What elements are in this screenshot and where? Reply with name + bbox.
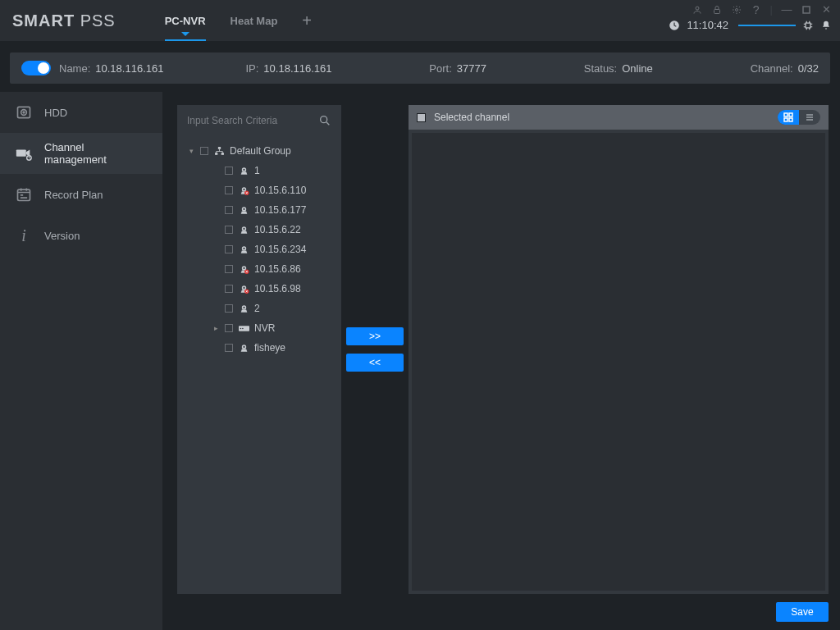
bell-icon[interactable] [820, 20, 832, 31]
cam-icon [238, 165, 249, 176]
tree-item[interactable]: fisheye [180, 338, 338, 358]
clock-icon [669, 20, 680, 31]
nvr-icon [238, 322, 249, 334]
sidebar-item-version[interactable]: i Version [0, 215, 162, 256]
minimize-icon[interactable]: — [781, 4, 792, 16]
cam-err-icon [238, 263, 249, 275]
search-input[interactable] [187, 115, 312, 126]
cam-icon [238, 303, 249, 314]
tree-label: 1 [254, 165, 260, 176]
svg-rect-15 [221, 153, 223, 155]
selected-channel-body [412, 133, 825, 591]
device-tree: ▾Default Group110.15.6.11010.15.6.17710.… [177, 136, 341, 363]
svg-rect-41 [789, 113, 792, 116]
svg-point-24 [243, 227, 244, 229]
svg-rect-13 [217, 147, 220, 149]
transfer-controls: >> << [341, 105, 409, 594]
svg-point-37 [242, 327, 244, 329]
tree-item[interactable]: ▸NVR [180, 318, 338, 338]
cam-icon [238, 204, 249, 216]
list-view-button[interactable] [799, 110, 820, 125]
help-icon[interactable]: ? [751, 4, 762, 16]
close-icon[interactable]: ✕ [820, 4, 832, 16]
tree-group[interactable]: ▾Default Group [180, 141, 338, 161]
cam-err-icon [238, 283, 249, 294]
tree-checkbox[interactable] [200, 147, 208, 155]
sidebar-item-channel-management[interactable]: Channel management [0, 133, 162, 174]
selected-channel-panel: Selected channel [409, 105, 829, 594]
grid-view-button[interactable] [778, 110, 799, 125]
tree-item[interactable]: 2 [180, 299, 338, 318]
collapse-icon[interactable]: ▾ [187, 147, 195, 155]
tree-item[interactable]: 10.15.6.22 [180, 220, 338, 240]
view-toggle [778, 110, 820, 125]
tree-label: NVR [254, 322, 275, 334]
svg-rect-1 [714, 9, 719, 13]
tree-item[interactable]: 1 [180, 161, 338, 180]
tree-item[interactable]: 10.15.6.234 [180, 240, 338, 259]
sidebar-item-record-plan[interactable]: Record Plan [0, 174, 162, 215]
svg-rect-42 [784, 118, 788, 121]
lock-icon[interactable] [711, 4, 723, 16]
disk-icon [15, 103, 33, 121]
cam-icon [238, 342, 249, 354]
tree-checkbox[interactable] [225, 167, 233, 175]
clock-row: 11:10:42 [669, 19, 832, 31]
move-right-button[interactable]: >> [346, 327, 404, 345]
calendar-icon [15, 185, 33, 203]
svg-point-12 [321, 116, 327, 123]
tree-checkbox[interactable] [225, 245, 233, 253]
enable-toggle[interactable] [21, 61, 51, 75]
expand-icon[interactable]: ▸ [212, 324, 220, 332]
svg-point-0 [696, 7, 699, 10]
titlebar: SMART PSS PC-NVR Heat Map + ? | — ✕ 11:1… [0, 0, 840, 41]
svg-point-31 [243, 286, 244, 288]
svg-point-34 [243, 306, 244, 308]
maximize-icon[interactable] [801, 4, 812, 16]
tree-label: Default Group [230, 145, 291, 157]
gear-icon[interactable] [731, 4, 742, 16]
svg-point-8 [23, 112, 25, 113]
sidebar-item-label: Record Plan [44, 189, 103, 201]
tree-checkbox[interactable] [225, 226, 233, 234]
svg-point-36 [240, 327, 241, 329]
search-icon[interactable] [318, 114, 331, 127]
app-logo: SMART PSS [12, 11, 116, 30]
svg-point-39 [243, 345, 244, 347]
tree-item[interactable]: 10.15.6.86 [180, 259, 338, 279]
svg-point-2 [735, 8, 737, 11]
select-all-checkbox[interactable] [417, 113, 426, 122]
tab-pc-nvr[interactable]: PC-NVR [165, 0, 206, 41]
device-infobar: Name:10.18.116.161 IP:10.18.116.161 Port… [10, 52, 830, 84]
clock-text: 11:10:42 [687, 19, 728, 31]
device-ip: 10.18.116.161 [263, 62, 331, 75]
tab-heat-map[interactable]: Heat Map [231, 0, 278, 41]
tree-checkbox[interactable] [225, 304, 233, 313]
svg-point-17 [243, 168, 244, 170]
sidebar-item-hdd[interactable]: HDD [0, 92, 162, 133]
tree-item[interactable]: 10.15.6.177 [180, 200, 338, 220]
add-tab-button[interactable]: + [302, 11, 312, 30]
tree-label: 10.15.6.98 [254, 283, 301, 294]
tree-label: 10.15.6.86 [254, 263, 301, 275]
tree-checkbox[interactable] [225, 285, 233, 293]
tree-label: 10.15.6.234 [254, 244, 306, 255]
tree-item[interactable]: 10.15.6.98 [180, 279, 338, 299]
tree-checkbox[interactable] [225, 206, 233, 214]
save-button[interactable]: Save [776, 602, 829, 622]
device-channel: 0/32 [798, 62, 819, 75]
svg-rect-9 [16, 149, 26, 156]
user-icon[interactable] [692, 4, 703, 16]
tree-label: 10.15.6.177 [254, 204, 306, 216]
tree-checkbox[interactable] [225, 324, 233, 332]
info-icon: i [15, 226, 33, 244]
tree-checkbox[interactable] [225, 344, 233, 352]
tree-checkbox[interactable] [225, 265, 233, 273]
move-left-button[interactable]: << [346, 354, 404, 372]
cpu-icon[interactable] [802, 20, 814, 31]
tree-item[interactable]: 10.15.6.110 [180, 180, 338, 200]
tree-checkbox[interactable] [225, 186, 233, 194]
source-channel-panel: ▾Default Group110.15.6.11010.15.6.17710.… [177, 105, 341, 594]
group-icon [213, 145, 225, 157]
window-controls: ? | — ✕ [692, 3, 832, 16]
